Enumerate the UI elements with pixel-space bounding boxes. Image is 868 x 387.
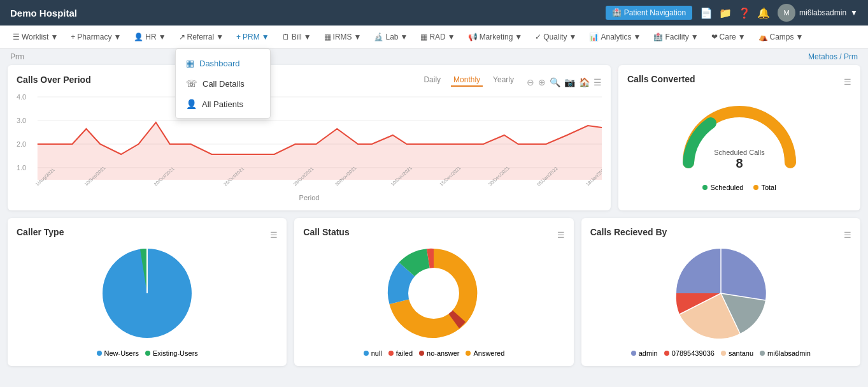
- call-status-title: Call Status: [303, 227, 349, 237]
- calls-received-by-title: Calls Recieved By: [590, 227, 667, 237]
- breadcrumb: Prm Metahos / Prm: [0, 48, 868, 65]
- chevron-down-icon: ▼: [738, 33, 746, 41]
- header-right: 🏥 Patient Navigation 📄 📁 ❓ 🔔 M mi6labsad…: [606, 4, 858, 22]
- zoom-in-icon[interactable]: ⊕: [538, 77, 546, 87]
- call-status-chart: null failed no-answer Answered: [303, 242, 564, 357]
- legend-admin: admin: [631, 349, 658, 357]
- referral-icon: ↗: [179, 33, 185, 41]
- mi6labsadmin-dot: [760, 351, 765, 356]
- care-icon: ❤: [711, 33, 718, 41]
- nav-marketing[interactable]: 📢 Marketing ▼: [463, 30, 528, 44]
- tab-yearly[interactable]: Yearly: [490, 74, 516, 87]
- nav-worklist-icon: ☰: [13, 33, 20, 41]
- nav-referral[interactable]: ↗ Referral ▼: [174, 30, 229, 44]
- chevron-down-icon: ▼: [448, 33, 455, 41]
- legend-mi6labsadmin: mi6labsadmin: [760, 349, 811, 357]
- calls-over-period-card: Calls Over Period Daily Monthly Yearly ⊖…: [8, 65, 611, 210]
- prm-dropdown: ▦ Dashboard ☏ Call Details 👤 All Patient…: [175, 48, 271, 119]
- tab-daily[interactable]: Daily: [421, 74, 443, 87]
- lab-icon: 🔬: [374, 33, 383, 41]
- quality-icon: ✓: [535, 33, 541, 41]
- chevron-down-icon: ▼: [401, 33, 408, 41]
- gauge-container: Scheduled Calls 8 Scheduled Total: [627, 89, 851, 198]
- file-icon[interactable]: 📄: [700, 7, 713, 19]
- patient-nav-icon: 🏥: [612, 8, 622, 17]
- calls-converted-menu-icon[interactable]: ☰: [844, 77, 851, 87]
- gauge-label-text: Scheduled Calls: [714, 149, 765, 156]
- chevron-down-icon: ▼: [354, 33, 362, 41]
- legend-existing-users: Existing-Users: [145, 349, 198, 357]
- nav-prm[interactable]: + PRM ▼: [231, 30, 274, 44]
- caller-type-menu-icon[interactable]: ☰: [270, 230, 278, 240]
- nav-irms[interactable]: ▦ IRMS ▼: [319, 30, 367, 44]
- breadcrumb-right: Metahos / Prm: [808, 52, 858, 61]
- nav-facility[interactable]: 🏥 Facility ▼: [648, 30, 703, 44]
- nav-hr[interactable]: 👤 HR ▼: [129, 30, 171, 44]
- x-axis-label: Period: [17, 194, 602, 201]
- chart-fill-area: [38, 122, 602, 180]
- chart-tabs: Daily Monthly Yearly: [421, 74, 516, 87]
- svg-text:4.0: 4.0: [17, 94, 26, 100]
- gauge-legend: Scheduled Total: [702, 184, 776, 191]
- nav-camps[interactable]: ⛺ Camps ▼: [753, 30, 809, 44]
- nav-quality[interactable]: ✓ Quality ▼: [530, 30, 581, 44]
- bell-icon[interactable]: 🔔: [757, 7, 770, 19]
- app-title: Demo Hospital: [10, 8, 77, 18]
- hr-icon: 👤: [134, 33, 143, 41]
- main-content: Calls Over Period Daily Monthly Yearly ⊖…: [0, 65, 868, 381]
- help-icon[interactable]: ❓: [738, 7, 751, 19]
- call-status-menu-icon[interactable]: ☰: [557, 230, 565, 240]
- chevron-down-icon: ▼: [304, 33, 311, 41]
- nav-care[interactable]: ❤ Care ▼: [706, 30, 751, 44]
- call-status-legend: null failed no-answer Answered: [364, 349, 505, 357]
- chevron-down-icon: ▼: [50, 33, 58, 41]
- call-status-card: Call Status ☰: [294, 218, 573, 366]
- chevron-down-icon: ▼: [633, 33, 641, 41]
- nav-bill[interactable]: 🗒 Bill ▼: [277, 30, 317, 44]
- legend-santanu: santanu: [721, 349, 753, 357]
- home-icon[interactable]: 🏠: [579, 77, 590, 87]
- navbar: ☰ Worklist ▼ + Pharmacy ▼ 👤 HR ▼ ↗ Refer…: [0, 26, 868, 48]
- chevron-down-icon: ▼: [850, 8, 858, 17]
- menu-icon[interactable]: ☰: [594, 77, 602, 87]
- nav-analytics[interactable]: 📊 Analytics ▼: [584, 30, 646, 44]
- tab-monthly[interactable]: Monthly: [451, 74, 483, 87]
- answered-dot: [466, 351, 471, 356]
- nav-pharmacy[interactable]: + Pharmacy ▼: [66, 30, 126, 44]
- donut-hole: [408, 268, 459, 319]
- admin-slice2: [676, 249, 721, 293]
- patients-icon: 👤: [186, 99, 197, 109]
- caller-type-chart: New-Users Existing-Users: [17, 242, 278, 357]
- dropdown-call-details[interactable]: ☏ Call Details: [176, 73, 270, 94]
- prm-icon: +: [236, 33, 241, 41]
- camera-icon[interactable]: 📷: [564, 77, 575, 87]
- call-status-svg: [383, 242, 485, 344]
- patient-nav-button[interactable]: 🏥 Patient Navigation: [606, 6, 692, 20]
- zoom-out-icon[interactable]: ⊖: [527, 77, 534, 87]
- failed-dot: [388, 351, 394, 356]
- rad-icon: ▦: [420, 33, 427, 41]
- dropdown-all-patients[interactable]: 👤 All Patients: [176, 94, 270, 114]
- dropdown-dashboard[interactable]: ▦ Dashboard: [176, 53, 270, 73]
- folder-icon[interactable]: 📁: [719, 7, 732, 19]
- zoom-icon[interactable]: 🔍: [550, 77, 560, 87]
- legend-total: Total: [753, 184, 776, 191]
- nav-rad[interactable]: ▦ RAD ▼: [415, 30, 460, 44]
- legend-answered: Answered: [466, 349, 504, 357]
- nav-worklist[interactable]: ☰ Worklist ▼: [8, 30, 63, 44]
- legend-failed: failed: [388, 349, 413, 357]
- legend-no-answer: no-answer: [419, 349, 459, 357]
- admin-dot: [631, 351, 636, 356]
- calls-received-svg: [670, 242, 772, 344]
- analytics-icon: 📊: [589, 33, 599, 41]
- nav-lab[interactable]: 🔬 Lab ▼: [369, 30, 413, 44]
- no-answer-dot: [419, 351, 424, 356]
- calls-received-menu-icon[interactable]: ☰: [844, 230, 851, 240]
- chevron-down-icon: ▼: [216, 33, 224, 41]
- user-menu[interactable]: M mi6labsadmin ▼: [778, 4, 858, 22]
- chevron-down-icon: ▼: [691, 33, 699, 41]
- admin-slice: [721, 249, 766, 300]
- legend-new-users: New-Users: [97, 349, 139, 357]
- chart-toolbar: ⊖ ⊕ 🔍 📷 🏠 ☰: [527, 77, 602, 87]
- breadcrumb-left: Prm: [10, 52, 24, 61]
